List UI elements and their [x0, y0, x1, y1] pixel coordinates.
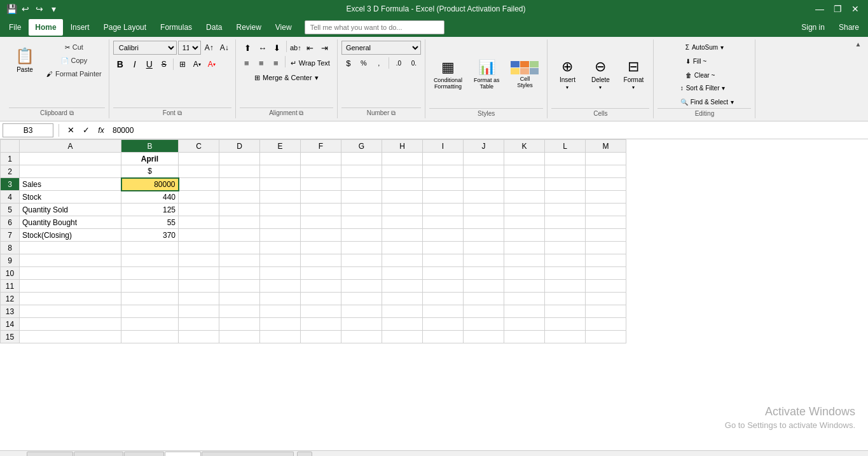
save-icon[interactable]: 💾 [5, 3, 18, 15]
cell-F12[interactable] [301, 293, 341, 305]
cell-I9[interactable] [423, 254, 464, 267]
cell-M8[interactable] [586, 242, 626, 254]
cell-H3[interactable] [382, 178, 423, 191]
cell-F4[interactable] [301, 191, 341, 204]
cell-G5[interactable] [341, 204, 382, 216]
cell-C15[interactable] [179, 331, 219, 343]
cell-L1[interactable] [545, 153, 586, 165]
cell-E9[interactable] [260, 254, 301, 267]
cell-K1[interactable] [504, 153, 545, 165]
col-header-j[interactable]: J [464, 140, 504, 153]
cell-C2[interactable] [179, 165, 219, 178]
cell-G3[interactable] [341, 178, 382, 191]
underline-button[interactable]: U [142, 57, 156, 71]
cell-C9[interactable] [179, 254, 219, 267]
cell-K9[interactable] [504, 254, 545, 267]
cell-C6[interactable] [179, 216, 219, 229]
cell-A3[interactable]: Sales [20, 178, 121, 191]
cell-G7[interactable] [341, 229, 382, 242]
cell-J7[interactable] [464, 229, 504, 242]
cell-F2[interactable] [301, 165, 341, 178]
cell-M3[interactable] [586, 178, 626, 191]
help-search[interactable] [305, 20, 444, 34]
percent-button[interactable]: % [357, 56, 371, 70]
cell-L11[interactable] [545, 280, 586, 293]
cell-B10[interactable] [121, 267, 179, 280]
cell-L2[interactable] [545, 165, 586, 178]
cell-I12[interactable] [423, 293, 464, 305]
cell-A12[interactable] [20, 293, 121, 305]
cell-A2[interactable] [20, 165, 121, 178]
cell-B14[interactable] [121, 318, 179, 331]
cell-L12[interactable] [545, 293, 586, 305]
cell-B15[interactable] [121, 331, 179, 343]
cell-L3[interactable] [545, 178, 586, 191]
cell-B3[interactable]: 80000 [121, 178, 179, 191]
cell-J6[interactable] [464, 216, 504, 229]
font-color-button[interactable]: A▾ [205, 57, 219, 71]
find-select-button[interactable]: 🔍 Find & Select ▾ [677, 95, 737, 108]
cell-D12[interactable] [219, 293, 260, 305]
decimal-decrease-button[interactable]: 0. [407, 56, 421, 70]
format-button[interactable]: ⊟ Format▾ [617, 55, 649, 93]
cell-D2[interactable] [219, 165, 260, 178]
insert-function-button[interactable]: fx [95, 124, 107, 137]
cell-F5[interactable] [301, 204, 341, 216]
cell-J1[interactable] [464, 153, 504, 165]
cell-E3[interactable] [260, 178, 301, 191]
share-button[interactable]: Share [832, 19, 865, 36]
row-header-11[interactable]: 11 [1, 280, 20, 293]
cell-K6[interactable] [504, 216, 545, 229]
cell-F9[interactable] [301, 254, 341, 267]
cell-M15[interactable] [586, 331, 626, 343]
font-name-select[interactable]: Calibri [113, 41, 177, 55]
cell-A7[interactable]: Stock(Closing) [20, 229, 121, 242]
cell-H4[interactable] [382, 191, 423, 204]
tab-april[interactable]: April [165, 452, 201, 457]
format-painter-button[interactable]: 🖌 Format Painter [43, 67, 105, 80]
row-header-1[interactable]: 1 [1, 153, 20, 165]
row-header-7[interactable]: 7 [1, 229, 20, 242]
redo-icon[interactable]: ↪ [33, 3, 46, 15]
cell-D13[interactable] [219, 305, 260, 318]
number-expand-icon[interactable]: ⧉ [391, 109, 396, 116]
cell-J12[interactable] [464, 293, 504, 305]
cell-B1[interactable]: April [121, 153, 179, 165]
cell-E8[interactable] [260, 242, 301, 254]
cell-E7[interactable] [260, 229, 301, 242]
cell-A13[interactable] [20, 305, 121, 318]
cell-M1[interactable] [586, 153, 626, 165]
cell-G14[interactable] [341, 318, 382, 331]
cell-I1[interactable] [423, 153, 464, 165]
fill-color-button[interactable]: A▾ [190, 57, 204, 71]
cell-E4[interactable] [260, 191, 301, 204]
cell-H15[interactable] [382, 331, 423, 343]
cell-D6[interactable] [219, 216, 260, 229]
cell-I10[interactable] [423, 267, 464, 280]
align-left-button[interactable]: ≡ [240, 56, 254, 70]
cell-B13[interactable] [121, 305, 179, 318]
cell-K15[interactable] [504, 331, 545, 343]
col-header-b[interactable]: B [121, 140, 179, 153]
cell-D1[interactable] [219, 153, 260, 165]
cell-D3[interactable] [219, 178, 260, 191]
cell-I8[interactable] [423, 242, 464, 254]
row-header-13[interactable]: 13 [1, 305, 20, 318]
cell-H9[interactable] [382, 254, 423, 267]
cell-I11[interactable] [423, 280, 464, 293]
cell-G1[interactable] [341, 153, 382, 165]
strikethrough-button[interactable]: S [157, 57, 171, 71]
menu-view[interactable]: View [269, 19, 298, 36]
row-header-10[interactable]: 10 [1, 267, 20, 280]
cell-E5[interactable] [260, 204, 301, 216]
cell-K3[interactable] [504, 178, 545, 191]
col-header-e[interactable]: E [260, 140, 301, 153]
cell-C12[interactable] [179, 293, 219, 305]
cell-C14[interactable] [179, 318, 219, 331]
cell-C1[interactable] [179, 153, 219, 165]
cell-D5[interactable] [219, 204, 260, 216]
cell-H7[interactable] [382, 229, 423, 242]
customize-icon[interactable]: ▾ [47, 3, 60, 15]
cell-F8[interactable] [301, 242, 341, 254]
formula-input[interactable] [110, 123, 865, 137]
